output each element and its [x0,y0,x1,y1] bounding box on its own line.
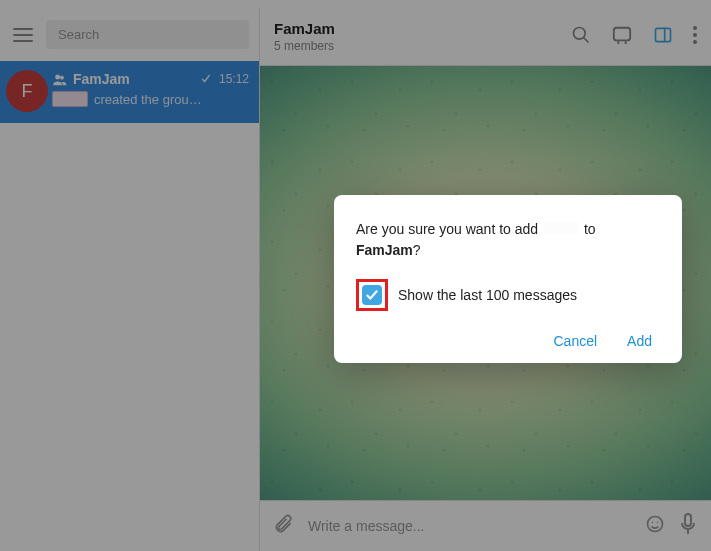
add-member-dialog: Are you sure you want to add to FamJam? … [334,195,682,363]
masked-username [544,222,578,234]
checkbox-highlight [356,279,388,311]
cancel-button[interactable]: Cancel [553,333,597,349]
dialog-group-name: FamJam [356,242,413,258]
dialog-buttons: Cancel Add [356,333,660,349]
add-button[interactable]: Add [627,333,652,349]
dialog-q-end: ? [413,242,421,258]
checkbox-label: Show the last 100 messages [398,287,577,303]
dialog-message: Are you sure you want to add to FamJam? [356,219,660,261]
dialog-q-prefix: Are you sure you want to add [356,221,542,237]
show-history-option[interactable]: Show the last 100 messages [356,279,660,311]
dialog-q-suffix: to [580,221,596,237]
checkbox-checked[interactable] [362,285,382,305]
